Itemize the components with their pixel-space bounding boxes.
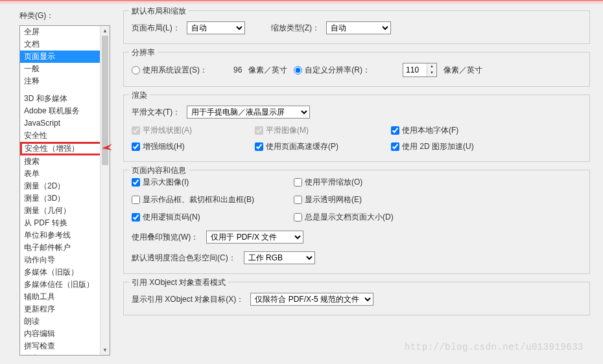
main-container: 种类(G)： 全屏文档页面显示一般注释3D 和多媒体Adobe 联机服务Java… — [0, 4, 603, 356]
category-item[interactable]: 测量（2D） — [20, 180, 110, 192]
spinner-up-icon[interactable]: ▲ — [427, 63, 436, 70]
scroll-up-icon[interactable]: ▲ — [100, 26, 110, 36]
category-item[interactable]: 从 PDF 转换 — [20, 217, 110, 229]
category-item[interactable]: Adobe 联机服务 — [20, 105, 110, 117]
use-local-fonts-checkbox[interactable]: 使用本地字体(F) — [391, 125, 521, 136]
category-item[interactable]: 表单 — [20, 168, 110, 180]
category-item[interactable]: 3D 和多媒体 — [20, 93, 110, 105]
render-group: 渲染 平滑文本(T)： 用于手提电脑／液晶显示屏 平滑线状图(A) 平滑图像(M… — [123, 95, 590, 162]
scroll-down-icon[interactable]: ▼ — [100, 345, 110, 355]
use-system-resolution-radio[interactable]: 使用系统设置(S)： — [132, 65, 207, 76]
smooth-lineart-checkbox[interactable]: 平滑线状图(A) — [132, 125, 248, 136]
xobject-group: 引用 XObject 对象查看模式 显示引用 XObject 对象目标(X)： … — [123, 282, 590, 315]
zoom-type-select[interactable]: 自动 — [326, 21, 391, 34]
category-item[interactable]: 文档 — [20, 38, 110, 51]
always-show-doc-size-checkbox[interactable]: 总是显示文档页面大小(D) — [294, 212, 462, 223]
smooth-text-select[interactable]: 用于手提电脑／液晶显示屏 — [187, 106, 310, 119]
category-item[interactable]: 更新程序 — [20, 303, 110, 315]
category-item[interactable]: 朗读 — [20, 315, 110, 328]
overprint-preview-label: 使用叠印预览(W)： — [132, 232, 198, 243]
group-legend: 页面内容和信息 — [129, 165, 189, 176]
group-legend: 默认布局和缩放 — [129, 6, 189, 17]
resolution-unit: 像素／英寸 — [443, 65, 482, 76]
smooth-text-label: 平滑文本(T)： — [132, 107, 180, 118]
zoom-type-label: 缩放类型(Z)： — [271, 23, 320, 34]
list-spacer — [20, 87, 110, 93]
category-item[interactable]: 辅助工具 — [20, 291, 110, 303]
category-item[interactable]: 全屏 — [20, 26, 110, 38]
blend-color-space-label: 默认透明度混合色彩空间(C)： — [132, 253, 236, 264]
page-layout-label: 页面布局(L)： — [132, 23, 180, 34]
scrollbar-thumb[interactable] — [102, 36, 108, 165]
enhance-thin-lines-checkbox[interactable]: 增强细线(H) — [132, 141, 248, 152]
group-legend: 引用 XObject 对象查看模式 — [129, 277, 228, 288]
category-list[interactable]: 全屏文档页面显示一般注释3D 和多媒体Adobe 联机服务JavaScript安… — [19, 25, 110, 356]
group-legend: 分辨率 — [129, 47, 158, 58]
show-art-trim-bleed-checkbox[interactable]: 显示作品框、裁切框和出血框(B) — [132, 194, 287, 205]
show-large-images-checkbox[interactable]: 显示大图像(I) — [132, 177, 287, 188]
smooth-image-checkbox[interactable]: 平滑图像(M) — [255, 125, 384, 136]
category-item[interactable]: 单位和参考线 — [20, 229, 110, 242]
category-item[interactable]: 动作向导 — [20, 254, 110, 266]
custom-resolution-spinner[interactable]: ▲ ▼ — [403, 63, 437, 77]
left-pane: 种类(G)： 全屏文档页面显示一般注释3D 和多媒体Adobe 联机服务Java… — [19, 10, 110, 356]
page-content-group: 页面内容和信息 显示大图像(I) 使用平滑缩放(O) 显示作品框、裁切框和出血框… — [123, 170, 590, 274]
category-item[interactable]: 页面显示 — [20, 51, 110, 63]
custom-resolution-radio[interactable]: 自定义分辨率(R)： — [294, 65, 370, 76]
resolution-unit: 像素／英寸 — [248, 65, 287, 76]
category-item[interactable]: 安全性（增强） — [20, 142, 110, 155]
xobject-target-select[interactable]: 仅限符合 PDF/X-5 规范的文件 — [250, 293, 373, 306]
page-layout-select[interactable]: 自动 — [187, 21, 245, 34]
category-item[interactable]: 电子邮件帐户 — [20, 242, 110, 254]
category-item[interactable]: 拼写检查 — [20, 340, 110, 352]
right-pane: 默认布局和缩放 页面布局(L)： 自动 缩放类型(Z)： 自动 分辨率 使用系统… — [123, 10, 603, 356]
category-item[interactable]: 安全性 — [20, 130, 110, 142]
category-item[interactable]: 注释 — [20, 75, 110, 87]
layout-zoom-group: 默认布局和缩放 页面布局(L)： 自动 缩放类型(Z)： 自动 — [123, 10, 590, 44]
category-item[interactable]: 多媒体（旧版） — [20, 266, 110, 279]
group-legend: 渲染 — [129, 90, 150, 101]
use-page-cache-checkbox[interactable]: 使用页面高速缓存(P) — [255, 141, 384, 152]
scrollbar[interactable]: ▲ ▼ — [100, 26, 110, 355]
category-item[interactable]: 一般 — [20, 63, 110, 75]
blend-color-space-select[interactable]: 工作 RGB — [244, 251, 315, 264]
spinner-down-icon[interactable]: ▼ — [427, 70, 436, 76]
use-smooth-zoom-checkbox[interactable]: 使用平滑缩放(O) — [294, 177, 462, 188]
category-item[interactable]: 多媒体信任（旧版） — [20, 279, 110, 291]
use-2d-accel-checkbox[interactable]: 使用 2D 图形加速(U) — [391, 141, 521, 152]
show-transparency-grid-checkbox[interactable]: 显示透明网格(E) — [294, 194, 462, 205]
custom-resolution-input[interactable] — [403, 63, 427, 76]
xobject-target-label: 显示引用 XObject 对象目标(X)： — [132, 294, 244, 305]
category-item[interactable]: 搜索 — [20, 155, 110, 168]
category-item[interactable]: JavaScript — [20, 117, 110, 130]
category-item[interactable]: 签名 — [20, 352, 110, 356]
overprint-preview-select[interactable]: 仅用于 PDF/X 文件 — [206, 231, 303, 244]
use-logical-page-checkbox[interactable]: 使用逻辑页码(N) — [132, 212, 287, 223]
category-label: 种类(G)： — [19, 10, 110, 21]
category-item[interactable]: 测量（3D） — [20, 192, 110, 205]
category-item[interactable]: 测量（几何） — [20, 205, 110, 217]
system-resolution-value: 96 — [233, 65, 242, 74]
category-item[interactable]: 内容编辑 — [20, 328, 110, 340]
resolution-group: 分辨率 使用系统设置(S)： 96 像素／英寸 自定义分辨率(R)： ▲ — [123, 52, 590, 87]
